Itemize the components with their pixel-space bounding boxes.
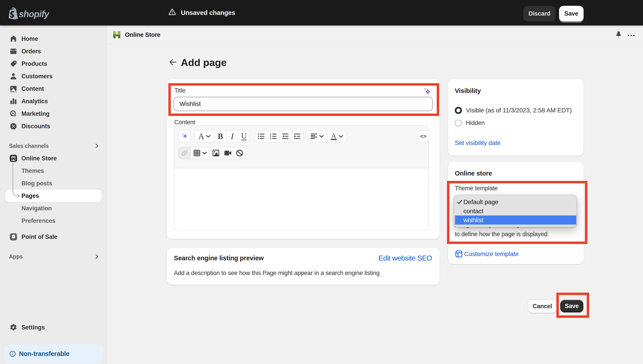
svg-text:shopify: shopify <box>19 9 50 19</box>
svg-text:3: 3 <box>270 137 271 140</box>
